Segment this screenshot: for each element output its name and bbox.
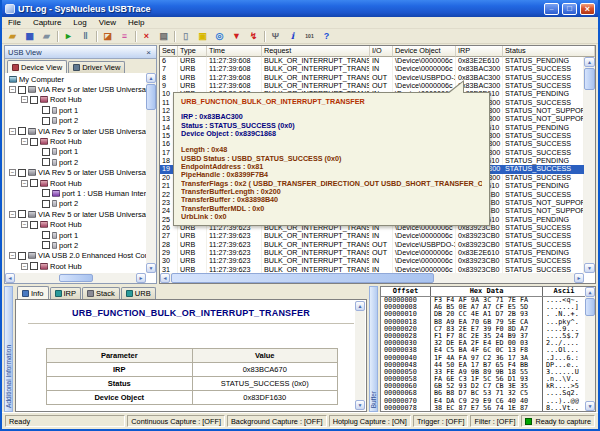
help-button[interactable]: ? bbox=[318, 29, 335, 43]
save-log-button[interactable]: ▦ bbox=[21, 29, 38, 43]
scrollbar-track[interactable] bbox=[146, 111, 156, 263]
column-header[interactable]: Seq bbox=[160, 46, 178, 57]
tree-checkbox[interactable] bbox=[42, 148, 50, 156]
tab-driver-view[interactable]: Driver View bbox=[68, 61, 125, 73]
scroll-up-icon[interactable] bbox=[355, 301, 365, 311]
tree-item[interactable]: port 1 bbox=[5, 230, 146, 240]
table-row[interactable]: 8 URB 11:27:39:608 BULK_OR_INTERRUPT_TRA… bbox=[160, 74, 584, 82]
view-doc-button[interactable]: ▯ bbox=[177, 29, 194, 43]
scroll-left-icon[interactable] bbox=[160, 273, 170, 283]
usb-view-close-icon[interactable] bbox=[144, 48, 153, 57]
column-header[interactable]: I/O bbox=[370, 46, 393, 57]
scroll-up-icon[interactable] bbox=[146, 73, 156, 83]
clear-log-button[interactable]: ≡ bbox=[116, 29, 133, 43]
tree-item[interactable]: port 2 bbox=[5, 199, 146, 209]
tab-urb[interactable]: URB bbox=[121, 287, 156, 299]
tree-checkbox[interactable] bbox=[42, 106, 50, 114]
save-capture-button[interactable]: ▰ bbox=[38, 29, 55, 43]
tree-item[interactable]: port 2 bbox=[5, 240, 146, 250]
start-capture-button[interactable]: ► bbox=[60, 29, 77, 43]
table-row[interactable]: 6 URB 11:27:39:608 BULK_OR_INTERRUPT_TRA… bbox=[160, 57, 584, 65]
table-row[interactable]: 31 URB 11:27:39:623 BULK_OR_INTERRUPT_TR… bbox=[160, 266, 584, 273]
scroll-down-icon[interactable] bbox=[585, 401, 595, 411]
info-button[interactable]: i bbox=[284, 29, 301, 43]
tree-checkbox[interactable] bbox=[30, 221, 38, 229]
table-row[interactable]: 27 URB 11:27:39:623 BULK_OR_INTERRUPT_TR… bbox=[160, 232, 584, 240]
expand-collapse-icon[interactable] bbox=[21, 263, 28, 270]
tree-checkbox[interactable] bbox=[42, 241, 50, 249]
tree-item[interactable]: Root Hub bbox=[5, 136, 146, 146]
scrollbar-thumb[interactable] bbox=[584, 68, 595, 90]
tab-stack[interactable]: Stack bbox=[82, 287, 120, 299]
print-button[interactable]: ▤ bbox=[155, 29, 172, 43]
tab-irp[interactable]: IRP bbox=[50, 287, 82, 299]
table-row[interactable]: 28 URB 11:27:39:623 BULK_OR_INTERRUPT_TR… bbox=[160, 241, 584, 249]
tree-checkbox[interactable] bbox=[18, 210, 26, 218]
tree-checkbox[interactable] bbox=[42, 200, 50, 208]
tree-checkbox[interactable] bbox=[18, 252, 26, 260]
table-horizontal-scrollbar[interactable] bbox=[160, 273, 584, 283]
tree-item[interactable]: Root Hub bbox=[5, 219, 146, 229]
column-header[interactable]: Time bbox=[207, 46, 262, 57]
scroll-right-icon[interactable] bbox=[136, 273, 146, 283]
tree-checkbox[interactable] bbox=[30, 138, 38, 146]
scrollbar-thumb[interactable] bbox=[59, 274, 93, 282]
column-header[interactable]: Device Object bbox=[393, 46, 456, 57]
tree-item[interactable]: Root Hub bbox=[5, 261, 146, 271]
pause-capture-button[interactable]: ‖ bbox=[77, 29, 94, 43]
expand-collapse-icon[interactable] bbox=[9, 128, 16, 135]
column-header[interactable]: IRP bbox=[456, 46, 503, 57]
tree-item[interactable]: port 1 bbox=[5, 147, 146, 157]
menu-item[interactable]: Log bbox=[67, 18, 92, 27]
scroll-down-icon[interactable] bbox=[584, 263, 595, 273]
maximize-button[interactable] bbox=[562, 3, 577, 15]
tree-checkbox[interactable] bbox=[18, 127, 26, 135]
minimize-button[interactable] bbox=[544, 3, 559, 15]
tree-item[interactable]: My Computer bbox=[5, 74, 146, 84]
expand-collapse-icon[interactable] bbox=[9, 252, 16, 259]
open-log-button[interactable]: ▰ bbox=[4, 29, 21, 43]
scroll-left-icon[interactable] bbox=[5, 273, 15, 283]
tree-item[interactable]: VIA Rev 5 or later USB Universal Host C bbox=[5, 209, 146, 219]
expand-collapse-icon[interactable] bbox=[9, 86, 16, 93]
tree-checkbox[interactable] bbox=[30, 96, 38, 104]
menu-item[interactable]: Capture bbox=[27, 18, 67, 27]
info-vertical-scrollbar[interactable] bbox=[355, 301, 365, 410]
column-header[interactable]: Status bbox=[503, 46, 595, 57]
tree-vertical-scrollbar[interactable] bbox=[146, 73, 156, 273]
column-header[interactable]: Request bbox=[262, 46, 370, 57]
scroll-up-icon[interactable] bbox=[584, 57, 595, 67]
scroll-up-icon[interactable] bbox=[585, 287, 595, 297]
menu-item[interactable]: View bbox=[93, 18, 122, 27]
find-button[interactable]: ◎ bbox=[211, 29, 228, 43]
scrollbar-track[interactable] bbox=[435, 273, 574, 283]
scrollbar-thumb[interactable] bbox=[171, 273, 434, 283]
tree-item[interactable]: VIA Rev 5 or later USB Universal Host C bbox=[5, 168, 146, 178]
tree-checkbox[interactable] bbox=[42, 189, 50, 197]
expand-collapse-icon[interactable] bbox=[21, 180, 28, 187]
expand-collapse-icon[interactable] bbox=[9, 211, 16, 218]
scrollbar-thumb[interactable] bbox=[585, 298, 595, 316]
buffer-strip[interactable]: Buffer bbox=[369, 286, 378, 412]
scrollbar-track[interactable] bbox=[355, 311, 365, 400]
filter-button[interactable]: ▼ bbox=[228, 29, 245, 43]
tree-item[interactable]: port 1 : USB Human Interface D bbox=[5, 188, 146, 198]
table-row[interactable]: 9 URB 11:27:39:608 BULK_OR_INTERRUPT_TRA… bbox=[160, 82, 584, 90]
trigger-button[interactable]: ↯ bbox=[245, 29, 262, 43]
tree-item[interactable]: VIA USB 2.0 Enhanced Host Controller bbox=[5, 251, 146, 261]
tree-item[interactable]: Root Hub bbox=[5, 178, 146, 188]
tree-item[interactable]: VIA Rev 5 or later USB Universal Host C bbox=[5, 84, 146, 94]
expand-collapse-icon[interactable] bbox=[21, 96, 28, 103]
table-row[interactable]: 7 URB 11:27:39:608 BULK_OR_INTERRUPT_TRA… bbox=[160, 65, 584, 73]
tree-checkbox[interactable] bbox=[18, 169, 26, 177]
table-vertical-scrollbar[interactable] bbox=[584, 57, 595, 273]
usb-devices-button[interactable]: Ψ bbox=[267, 29, 284, 43]
hex-vertical-scrollbar[interactable] bbox=[585, 287, 595, 411]
tree-item[interactable]: VIA Rev 5 or later USB Universal Host C bbox=[5, 126, 146, 136]
tree-checkbox[interactable] bbox=[42, 231, 50, 239]
tree-item[interactable]: port 2 bbox=[5, 116, 146, 126]
expand-collapse-icon[interactable] bbox=[21, 221, 28, 228]
edit-trigger-button[interactable]: ◪ bbox=[99, 29, 116, 43]
expand-collapse-icon[interactable] bbox=[21, 138, 28, 145]
scrollbar-track[interactable] bbox=[93, 273, 137, 283]
